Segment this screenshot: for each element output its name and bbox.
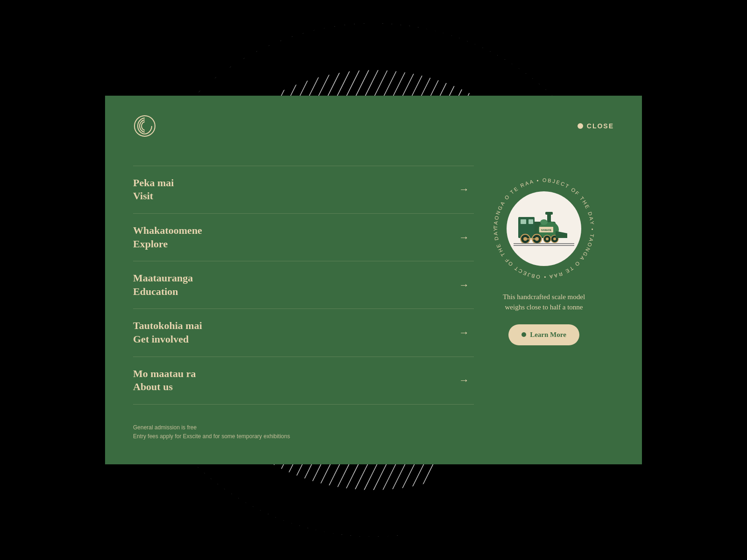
close-button[interactable]: CLOSE	[578, 122, 614, 130]
modal-footer: General admission is free Entry fees app…	[133, 405, 474, 441]
learn-more-button[interactable]: Learn More	[508, 324, 579, 345]
nav-education-arrow: →	[459, 279, 469, 291]
logo	[133, 114, 156, 138]
object-description-line1: This handcrafted scale model	[503, 293, 585, 301]
nav-education-english: Education	[133, 285, 193, 299]
svg-rect-66	[545, 212, 553, 215]
svg-rect-68	[521, 219, 526, 224]
object-description: This handcrafted scale model weighs clos…	[503, 292, 585, 313]
navigation-modal: CLOSE Peka mai Visit → Whakatoomene Expl…	[105, 96, 642, 464]
nav-item-get-involved[interactable]: Tautokohia mai Get involved →	[133, 309, 474, 357]
nav-section: Peka mai Visit → Whakatoomene Explore → …	[133, 166, 474, 441]
svg-rect-69	[529, 219, 533, 224]
nav-item-explore[interactable]: Whakatoomene Explore →	[133, 214, 474, 261]
sidebar: TAONGA O TE RAA • OBJECT OF THE DAY • TA…	[474, 166, 614, 441]
nav-item-about-text: Mo maatau ra About us	[133, 367, 196, 394]
nav-get-involved-english: Get involved	[133, 333, 202, 346]
nav-explore-english: Explore	[133, 238, 202, 251]
svg-point-84	[540, 219, 548, 225]
close-label: CLOSE	[587, 122, 614, 130]
nav-explore-arrow: →	[459, 231, 469, 244]
footer-line2: Entry fees apply for Exscite and for som…	[133, 432, 474, 441]
learn-more-label: Learn More	[530, 331, 566, 339]
nav-item-visit[interactable]: Peka mai Visit →	[133, 166, 474, 214]
object-of-day: TAONGA O TE RAA • OBJECT OF THE DAY • TA…	[490, 175, 598, 282]
footer-line1: General admission is free	[133, 423, 474, 432]
nav-item-education-text: Maatauranga Education	[133, 272, 193, 298]
nav-get-involved-maori: Tautokohia mai	[133, 319, 202, 333]
nav-education-maori: Maatauranga	[133, 272, 193, 285]
close-dot	[578, 123, 583, 129]
nav-item-about[interactable]: Mo maatau ra About us →	[133, 357, 474, 405]
nav-visit-arrow: →	[459, 183, 469, 196]
svg-rect-65	[547, 214, 551, 222]
nav-visit-maori: Peka mai	[133, 176, 174, 190]
nav-about-arrow: →	[459, 374, 469, 386]
train-illustration: IVANHOE	[514, 205, 574, 252]
nav-item-get-involved-text: Tautokohia mai Get involved	[133, 319, 202, 346]
svg-point-77	[546, 238, 549, 240]
nav-item-explore-text: Whakatoomene Explore	[133, 224, 202, 251]
svg-text:IVANHOE: IVANHOE	[541, 229, 552, 231]
nav-about-english: About us	[133, 380, 196, 394]
svg-marker-83	[556, 231, 567, 238]
nav-item-visit-text: Peka mai Visit	[133, 176, 174, 203]
nav-visit-english: Visit	[133, 189, 174, 203]
nav-item-education[interactable]: Maatauranga Education →	[133, 261, 474, 309]
modal-header: CLOSE	[133, 114, 614, 138]
train-image-container: IVANHOE	[507, 191, 581, 266]
modal-body: Peka mai Visit → Whakatoomene Explore → …	[133, 166, 614, 441]
nav-get-involved-arrow: →	[459, 327, 469, 339]
object-description-line2: weighs close to half a tonne	[505, 303, 583, 311]
nav-about-maori: Mo maatau ra	[133, 367, 196, 381]
learn-more-dot	[521, 332, 526, 337]
nav-explore-maori: Whakatoomene	[133, 224, 202, 238]
